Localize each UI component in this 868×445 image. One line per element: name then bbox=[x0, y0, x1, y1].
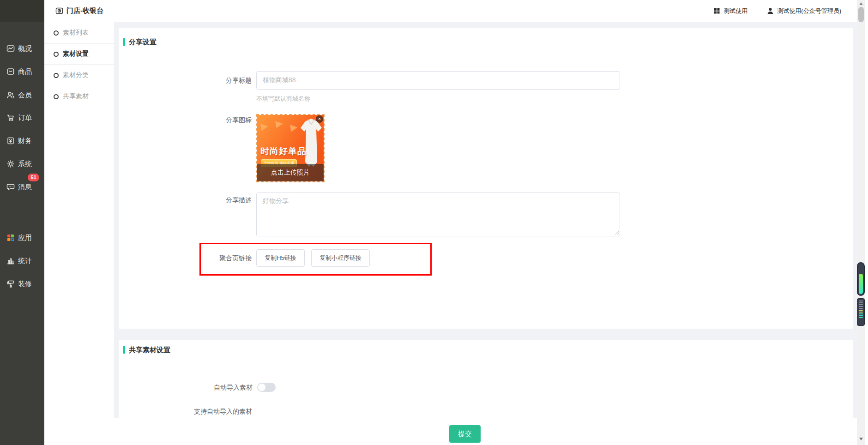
scroll-down-arrow-icon[interactable] bbox=[859, 438, 863, 440]
copy-h5-link-button[interactable]: 复制H5链接 bbox=[256, 249, 305, 267]
goods-icon bbox=[6, 67, 15, 76]
scroll-up-arrow-icon[interactable] bbox=[859, 2, 863, 5]
copy-miniprogram-link-button[interactable]: 复制小程序链接 bbox=[311, 249, 370, 267]
submenu-label: 共享素材 bbox=[63, 92, 89, 101]
circle-icon bbox=[54, 73, 59, 78]
submenu-label: 素材设置 bbox=[63, 50, 89, 58]
shared-material-settings-card: 共享素材设置 自动导入素材 支持自动导入的素材 bbox=[119, 340, 853, 418]
remove-image-button[interactable]: × bbox=[316, 115, 323, 123]
auto-import-toggle[interactable] bbox=[257, 383, 276, 392]
upload-photo-text: 点击上传照片 bbox=[271, 168, 310, 177]
circle-icon bbox=[54, 94, 59, 99]
banner-arrow-decoration: ▶ bbox=[275, 117, 283, 129]
sidebar-item-label: 装修 bbox=[18, 280, 32, 289]
sidebar-item-system[interactable]: 系统 bbox=[0, 156, 44, 172]
decorate-icon bbox=[6, 280, 15, 289]
orders-icon bbox=[6, 114, 15, 122]
sidebar-item-decorate[interactable]: 装修 bbox=[0, 276, 44, 292]
auto-import-label: 自动导入素材 bbox=[197, 384, 253, 392]
user-icon bbox=[767, 7, 774, 14]
sidebar-item-label: 系统 bbox=[18, 160, 32, 168]
sidebar-item-messages[interactable]: 消息 bbox=[0, 179, 44, 195]
submenu-label: 素材列表 bbox=[63, 29, 89, 37]
scrollbar-thumb[interactable] bbox=[858, 7, 864, 22]
stats-icon bbox=[6, 257, 15, 265]
page-title: 门店-收银台 bbox=[66, 6, 103, 15]
share-desc-label: 分享描述 bbox=[196, 196, 252, 204]
submenu-label: 素材分类 bbox=[63, 71, 89, 79]
account-menu[interactable]: 测试使用(公众号管理员) bbox=[767, 7, 841, 15]
finance-icon bbox=[6, 137, 15, 145]
messages-badge: 51 bbox=[28, 174, 39, 181]
sidebar-item-members[interactable]: 会员 bbox=[0, 87, 44, 103]
submenu-item-shared-material[interactable]: 共享素材 bbox=[44, 86, 114, 107]
share-icon-banner-image: ▶ ▶ ▶ 时尚好单品 个性时尚 倾销火爆 点击上传照片 bbox=[257, 115, 324, 181]
sidebar-item-label: 统计 bbox=[18, 257, 32, 265]
share-title-input[interactable]: 植物商城88 bbox=[256, 71, 620, 90]
banner-title-text: 时尚好单品 bbox=[260, 145, 307, 157]
share-title-label: 分享标题 bbox=[196, 71, 252, 90]
sidebar-item-label: 订单 bbox=[18, 114, 32, 122]
scroll-progress-widget bbox=[857, 262, 865, 296]
section-title-share: 分享设置 bbox=[129, 38, 157, 47]
account-label: 测试使用(公众号管理员) bbox=[777, 7, 841, 15]
sidebar-item-apps[interactable]: 应用 bbox=[0, 229, 44, 246]
section-title-shared-material: 共享素材设置 bbox=[129, 346, 170, 355]
apps-icon bbox=[6, 234, 15, 242]
top-header: 门店-收银台 测试使用 测试使用(公众号管理员) bbox=[44, 0, 857, 22]
circle-icon bbox=[54, 30, 59, 36]
share-title-value: 植物商城88 bbox=[263, 76, 296, 84]
scroll-minimap-widget bbox=[857, 298, 865, 326]
aggregate-link-label: 聚合页链接 bbox=[196, 249, 252, 267]
sidebar-item-label: 消息 bbox=[18, 183, 32, 192]
share-desc-textarea[interactable]: 好物分享 bbox=[256, 192, 620, 236]
material-submenu: 素材列表 素材设置 素材分类 共享素材 bbox=[44, 22, 114, 445]
textarea-resize-handle[interactable] bbox=[614, 230, 619, 235]
upload-photo-overlay[interactable]: 点击上传照片 bbox=[257, 164, 324, 181]
section-accent-bar bbox=[123, 38, 125, 46]
workspace-switcher[interactable]: 测试使用 bbox=[713, 7, 747, 15]
breadcrumb: 门店-收银台 bbox=[44, 6, 103, 15]
sidebar-item-label: 会员 bbox=[18, 91, 32, 100]
scrollbar-gutter bbox=[857, 0, 865, 445]
toggle-knob bbox=[258, 384, 265, 391]
logo-area bbox=[0, 0, 44, 22]
members-icon bbox=[6, 91, 15, 100]
header-actions: 测试使用 测试使用(公众号管理员) bbox=[713, 7, 857, 15]
share-desc-value: 好物分享 bbox=[263, 197, 289, 204]
submenu-item-material-list[interactable]: 素材列表 bbox=[44, 22, 114, 43]
submenu-item-material-categories[interactable]: 素材分类 bbox=[44, 65, 114, 86]
submenu-item-material-settings[interactable]: 素材设置 bbox=[44, 43, 114, 65]
circle-icon bbox=[54, 52, 59, 57]
overview-icon bbox=[6, 44, 15, 53]
sidebar-item-label: 概况 bbox=[18, 44, 32, 53]
sidebar-item-label: 应用 bbox=[18, 234, 32, 242]
sidebar-item-overview[interactable]: 概况 bbox=[0, 40, 44, 57]
workspace-label: 测试使用 bbox=[723, 7, 747, 15]
sidebar-item-label: 财务 bbox=[18, 137, 32, 145]
supported-import-label: 支持自动导入的素材 bbox=[174, 408, 252, 416]
sidebar-item-goods[interactable]: 商品 bbox=[0, 63, 44, 80]
share-icon-label: 分享图标 bbox=[196, 116, 252, 125]
messages-icon bbox=[6, 183, 15, 192]
section-accent-bar bbox=[123, 346, 125, 354]
share-icon-uploader[interactable]: ▶ ▶ ▶ 时尚好单品 个性时尚 倾销火爆 点击上传照片 × bbox=[256, 114, 325, 182]
main-sidebar: 概况 商品 会员 订单 财务 系统 消息 51 bbox=[0, 0, 44, 445]
scroll-progress-fill bbox=[859, 274, 863, 294]
sidebar-item-orders[interactable]: 订单 bbox=[0, 109, 44, 126]
sidebar-item-stats[interactable]: 统计 bbox=[0, 253, 44, 269]
sidebar-item-finance[interactable]: 财务 bbox=[0, 132, 44, 149]
share-settings-card: 分享设置 分享标题 植物商城88 不填写默认商城名称 分享图标 ▶ ▶ ▶ 时尚… bbox=[119, 28, 853, 329]
grid-icon bbox=[713, 7, 720, 14]
banner-arrow-decoration: ▶ bbox=[260, 120, 269, 132]
submit-button[interactable]: 提交 bbox=[449, 425, 481, 443]
share-title-hint: 不填写默认商城名称 bbox=[256, 95, 310, 103]
store-cashier-icon bbox=[55, 7, 63, 15]
form-footer bbox=[114, 418, 857, 445]
sidebar-item-label: 商品 bbox=[18, 67, 32, 76]
system-icon bbox=[6, 160, 15, 168]
